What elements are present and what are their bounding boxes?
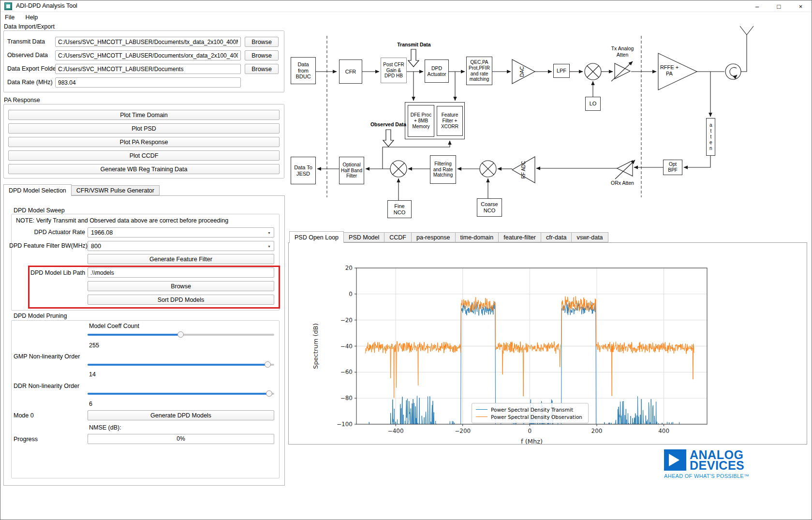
diagram-box-fine-nco: Fine NCO	[387, 200, 412, 218]
diagram-box-atten: atten	[706, 118, 715, 156]
antenna-icon	[738, 24, 755, 51]
diagram-box-lo: LO	[585, 97, 601, 111]
window-title: ADI-DPD Analysis Tool	[16, 2, 77, 9]
tab-feature-filter[interactable]: feature-filter	[498, 232, 541, 242]
diagram-box-cfr: CFR	[339, 59, 362, 84]
app-window: ADI-DPD Analysis Tool – □ × File Help Da…	[0, 0, 812, 520]
ddr-order-value: 6	[89, 401, 92, 407]
app-icon	[4, 2, 12, 10]
svg-text:20: 20	[345, 265, 353, 271]
model-sweep-group-label: DPD Model Sweep	[14, 207, 65, 214]
tab-ccdf[interactable]: CCDF	[384, 232, 412, 242]
maximize-icon[interactable]: □	[768, 0, 790, 12]
export-browse-button[interactable]: Browse	[245, 64, 279, 74]
psd-chart-panel: −400−2000200400200−20−40−60−80−100f (Mhz…	[288, 242, 807, 445]
nmse-label: NMSE (dB):	[89, 424, 121, 431]
chevron-down-icon: ▼	[267, 245, 271, 248]
slider-fill	[88, 393, 269, 395]
svg-text:−60: −60	[340, 369, 353, 375]
close-icon[interactable]: ×	[790, 0, 812, 12]
data-import-group-label: Data Import/Export	[4, 23, 55, 30]
generate-feature-filter-button[interactable]: Generate Feature Filter	[88, 254, 274, 264]
diagram-label-transmit-data: Transmit Data	[392, 42, 436, 48]
generate-dpd-models-button[interactable]: Generate DPD Models	[88, 410, 274, 420]
tab-cfr-data[interactable]: cfr-data	[541, 232, 572, 242]
diagram-box-lpf: LPF	[553, 64, 570, 78]
svg-text:0: 0	[349, 291, 353, 297]
export-folder-input[interactable]	[55, 64, 241, 74]
plot-time-domain-button[interactable]: Plot Time Domain	[8, 110, 280, 120]
lib-path-browse-button[interactable]: Browse	[88, 281, 274, 291]
signal-chain-diagram: Data from BDUC CFR Post CFR Gain & DPD H…	[288, 22, 812, 228]
analog-devices-logo: ANALOG DEVICES AHEAD OF WHAT'S POSSIBLE™	[664, 449, 756, 479]
observed-browse-button[interactable]: Browse	[245, 50, 279, 60]
slider-knob[interactable]	[177, 331, 184, 338]
plot-psd-button[interactable]: Plot PSD	[8, 123, 280, 134]
minimize-icon[interactable]: –	[746, 0, 768, 12]
actuator-rate-value: 1966.08	[91, 229, 113, 236]
svg-text:Spectrum (dB): Spectrum (dB)	[312, 323, 319, 369]
model-coeff-count-slider[interactable]	[88, 331, 274, 338]
svg-text:0: 0	[528, 428, 532, 434]
diagram-label-dac: DAC	[518, 59, 525, 84]
observed-data-input[interactable]	[55, 50, 241, 60]
progress-label: Progress	[14, 436, 38, 443]
legend-line-observation	[476, 416, 487, 417]
svg-text:200: 200	[591, 428, 603, 434]
menu-help[interactable]: Help	[21, 13, 43, 21]
diagram-box-coarse-nco: Coarse NCO	[477, 198, 502, 217]
observed-data-label: Observed Data	[7, 52, 48, 59]
tab-vswr-data[interactable]: vswr-data	[571, 232, 608, 242]
actuator-rate-combobox[interactable]: 1966.08 ▼	[88, 227, 274, 238]
actuator-rate-label: DPD Actuator Rate	[14, 229, 85, 236]
plot-ccdf-button[interactable]: Plot CCDF	[8, 150, 280, 161]
diagram-box-opt-bpf: Opt BPF	[663, 160, 682, 175]
diagram-box-dpd-actuator: DPD Actuator	[425, 59, 449, 83]
model-sweep-note: NOTE: Verify Transmit and Observed data …	[16, 217, 228, 224]
generate-wb-reg-button[interactable]: Generate WB Reg Training Data	[8, 164, 280, 174]
tab-pa-response[interactable]: pa-response	[411, 232, 456, 242]
plot-pa-response-button[interactable]: Plot PA Response	[8, 137, 280, 147]
feature-filter-bw-combobox[interactable]: 800 ▼	[88, 241, 274, 251]
ddr-order-slider[interactable]	[88, 390, 274, 397]
mode-label: Mode 0	[14, 412, 34, 419]
diagram-box-feature-filter: Feature Filter + XCORR	[437, 106, 463, 136]
slider-fill	[88, 364, 268, 366]
tab-psd-open-loop[interactable]: PSD Open Loop	[289, 231, 344, 243]
diagram-box-qec: QEC,PA Prot,PFIR and rate matching	[466, 57, 492, 85]
diagram-box-data-to-jesd: Data To JESD	[291, 157, 316, 184]
feature-filter-bw-value: 800	[91, 243, 101, 250]
tab-cfr-vswr[interactable]: CFR/VSWR Pulse Generator	[71, 185, 160, 195]
legend-label-transmit: Power Spectral Density Transmit	[491, 407, 573, 413]
transmit-browse-button[interactable]: Browse	[245, 37, 279, 47]
svg-text:−40: −40	[340, 343, 353, 350]
gmp-order-label: GMP Non-linearity Order	[14, 353, 80, 360]
transmit-data-input[interactable]	[55, 37, 241, 47]
data-rate-label: Data Rate (MHz)	[7, 79, 53, 86]
diagram-label-orx-atten: ORx Atten	[605, 180, 639, 186]
tab-time-domain[interactable]: time-domain	[455, 232, 499, 242]
gmp-order-value: 14	[89, 371, 96, 378]
menu-file[interactable]: File	[0, 13, 19, 21]
logo-name-line2: DEVICES	[690, 460, 744, 471]
svg-text:f (Mhz): f (Mhz)	[521, 438, 543, 444]
data-rate-input[interactable]	[55, 77, 241, 88]
diagram-label-observed-data: Observed Data	[367, 121, 410, 128]
pruning-groupbox	[11, 320, 280, 478]
sort-dpd-models-button[interactable]: Sort DPD Models	[88, 295, 274, 305]
slider-knob[interactable]	[266, 390, 272, 397]
legend-line-transmit	[476, 409, 487, 410]
diagram-box-dfe-proc: DFE Proc + 8MB Memory	[408, 105, 434, 137]
gmp-order-slider[interactable]	[88, 361, 274, 368]
transmit-data-label: Transmit Data	[7, 38, 45, 45]
lib-path-input[interactable]	[88, 267, 274, 278]
tab-dpd-model-selection[interactable]: DPD Model Selection	[3, 184, 72, 196]
chart-legend: Power Spectral Density Transmit Power Sp…	[472, 403, 589, 423]
menu-bar: File Help	[0, 13, 812, 23]
tab-psd-model[interactable]: PSD Model	[343, 232, 384, 242]
pruning-group-label: DPD Model Pruning	[14, 312, 67, 319]
diagram-box-bduc: Data from BDUC	[291, 57, 316, 84]
slider-knob[interactable]	[265, 361, 271, 368]
ddr-order-label: DDR Non-linearity Order	[14, 383, 79, 389]
svg-text:400: 400	[658, 428, 669, 434]
